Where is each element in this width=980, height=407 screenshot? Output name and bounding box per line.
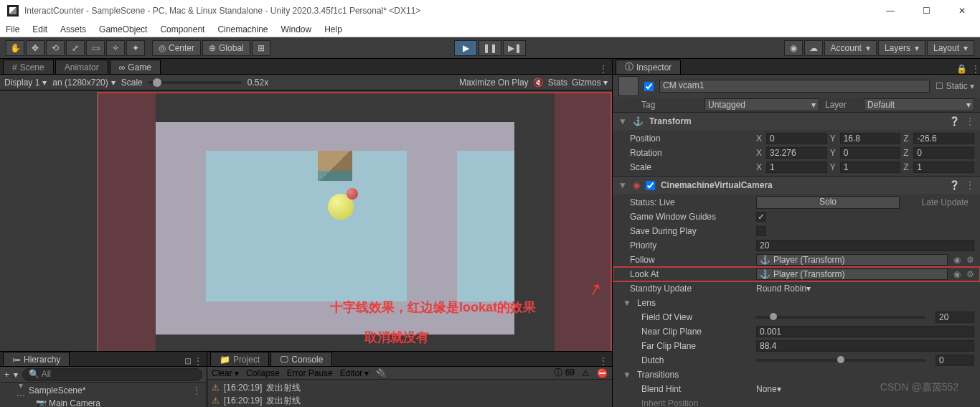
tab-scene[interactable]: # Scene	[3, 60, 54, 74]
inspector-options-icon[interactable]: ⋮	[971, 64, 980, 74]
transform-tool-icon[interactable]: ✧	[106, 40, 125, 56]
component-help-icon[interactable]: ❔	[949, 116, 960, 126]
hierarchy-search-input[interactable]: 🔍 All	[22, 368, 202, 381]
maximize-on-play-toggle[interactable]: Maximize On Play	[459, 78, 529, 88]
console-error-icon[interactable]: ⛔	[597, 368, 608, 378]
near-clip-input[interactable]: 0.001	[756, 326, 974, 337]
close-button[interactable]: ✕	[951, 6, 973, 16]
follow-object-field[interactable]: ⚓Player (Transform)	[756, 254, 948, 266]
gameobject-icon[interactable]	[618, 76, 639, 96]
mute-icon[interactable]: 🔇	[533, 78, 544, 88]
hierarchy-item-main-camera[interactable]: 📷Main Camera	[0, 397, 207, 407]
menu-window[interactable]: Window	[281, 24, 312, 34]
cvc-component-header[interactable]: ▼◉ CinemachineVirtualCamera ❔ ⋮	[613, 177, 980, 194]
transitions-label[interactable]: Transitions	[637, 370, 752, 380]
scale-slider[interactable]	[149, 81, 242, 84]
step-button[interactable]: ▶❚	[503, 40, 526, 56]
tab-options-icon[interactable]: ⋮	[599, 64, 612, 74]
cvc-enabled-checkbox[interactable]	[646, 181, 655, 190]
fov-input[interactable]: 20	[936, 312, 974, 323]
lookat-object-field[interactable]: ⚓Player (Transform)	[756, 268, 948, 280]
display-dropdown[interactable]: Display 1 ▾	[4, 78, 47, 88]
move-tool-icon[interactable]: ✥	[26, 40, 44, 56]
gear-icon[interactable]: ⚙	[966, 269, 974, 279]
dutch-input[interactable]: 0	[936, 355, 974, 366]
position-y-input[interactable]: 16.8	[840, 133, 901, 144]
menu-component[interactable]: Component	[160, 24, 204, 34]
play-button[interactable]: ▶	[454, 40, 477, 56]
scale-x-input[interactable]: 1	[766, 162, 827, 173]
maximize-button[interactable]: ☐	[915, 6, 937, 16]
console-log-row[interactable]: ⚠[16:20:19]发出射线	[212, 381, 608, 394]
target-icon[interactable]: ◉	[953, 255, 961, 265]
tab-hierarchy[interactable]: ≔ Hierarchy	[3, 352, 70, 366]
console-editor-dropdown[interactable]: Editor ▾	[340, 368, 369, 378]
console-log-row[interactable]: ⚠[16:20:19]发出射线	[212, 394, 608, 407]
collab-icon[interactable]: ◉	[784, 40, 803, 56]
account-dropdown[interactable]: Account ▾	[824, 40, 877, 56]
lens-label[interactable]: Lens	[637, 298, 752, 308]
component-menu-icon[interactable]: ⋮	[966, 116, 974, 126]
menu-file[interactable]: File	[6, 24, 19, 34]
menu-assets[interactable]: Assets	[60, 24, 86, 34]
scale-tool-icon[interactable]: ⤢	[66, 40, 85, 56]
hierarchy-scene-row[interactable]: ▾ ⋯SampleScene*⋮	[0, 384, 207, 397]
rect-tool-icon[interactable]: ▭	[86, 40, 105, 56]
stats-toggle[interactable]: Stats	[548, 78, 567, 88]
component-help-icon[interactable]: ❔	[949, 180, 960, 190]
hand-tool-icon[interactable]: ✋	[6, 40, 24, 56]
layer-dropdown[interactable]: Default▾	[864, 98, 974, 111]
save-during-checkbox[interactable]	[756, 226, 766, 236]
console-attach-icon[interactable]: 🔌	[376, 368, 387, 378]
fov-slider[interactable]	[756, 316, 925, 319]
custom-tool-icon[interactable]: ✦	[126, 40, 145, 56]
tab-animator[interactable]: Animator	[55, 60, 108, 74]
project-options-icon[interactable]: ⋮	[599, 356, 612, 366]
rotate-tool-icon[interactable]: ⟲	[46, 40, 65, 56]
solo-button[interactable]: Solo	[756, 196, 900, 209]
menu-cinemachine[interactable]: Cinemachine	[217, 24, 268, 34]
snap-icon[interactable]: ⊞	[252, 40, 270, 56]
rotation-y-input[interactable]: 0	[840, 147, 901, 159]
pivot-center-button[interactable]: ◎ Center	[152, 40, 201, 56]
far-clip-input[interactable]: 88.4	[756, 340, 974, 352]
console-error-pause-toggle[interactable]: Error Pause	[287, 368, 333, 378]
pause-button[interactable]: ❚❚	[479, 40, 501, 56]
layers-dropdown[interactable]: Layers ▾	[878, 40, 925, 56]
tab-inspector[interactable]: ⓘ Inspector	[616, 60, 681, 74]
menu-help[interactable]: Help	[324, 24, 342, 34]
rotation-z-input[interactable]: 0	[913, 147, 974, 159]
target-icon[interactable]: ◉	[953, 269, 961, 279]
hierarchy-options-icon[interactable]: ⊡ ⋮	[184, 356, 207, 366]
tab-project[interactable]: 📁 Project	[210, 352, 269, 366]
menu-gameobject[interactable]: GameObject	[99, 24, 147, 34]
gizmos-dropdown[interactable]: Gizmos ▾	[572, 78, 608, 88]
transform-component-header[interactable]: ▼⚓ Transform ❔ ⋮	[613, 113, 980, 130]
scale-z-input[interactable]: 1	[913, 162, 974, 173]
pivot-global-button[interactable]: ⊕ Global	[202, 40, 250, 56]
console-info-count[interactable]: ⓘ 69	[554, 367, 575, 379]
gameobject-active-checkbox[interactable]	[644, 82, 654, 91]
component-menu-icon[interactable]: ⋮	[966, 180, 974, 190]
dutch-slider[interactable]	[756, 359, 925, 362]
priority-input[interactable]: 20	[756, 240, 974, 251]
position-x-input[interactable]: 0	[766, 133, 827, 144]
guides-checkbox[interactable]: ✓	[756, 212, 766, 222]
rotation-x-input[interactable]: 32.276	[766, 147, 827, 159]
hierarchy-add-button[interactable]: +	[4, 370, 9, 380]
console-collapse-toggle[interactable]: Collapse	[246, 368, 280, 378]
layout-dropdown[interactable]: Layout ▾	[927, 40, 974, 56]
minimize-button[interactable]: —	[880, 6, 901, 16]
inspector-lock-icon[interactable]: 🔒	[956, 64, 967, 74]
tag-dropdown[interactable]: Untagged▾	[705, 98, 819, 111]
tab-console[interactable]: 🖵 Console	[270, 352, 332, 366]
gear-icon[interactable]: ⚙	[966, 255, 974, 265]
gameobject-name-input[interactable]: CM vcam1	[659, 80, 930, 93]
tab-game[interactable]: ∞ Game	[110, 60, 161, 74]
menu-edit[interactable]: Edit	[32, 24, 47, 34]
aspect-dropdown[interactable]: an (1280x720) ▾	[52, 78, 115, 88]
console-clear-button[interactable]: Clear ▾	[212, 368, 239, 378]
console-warn-icon[interactable]: ⚠	[582, 368, 590, 378]
scale-y-input[interactable]: 1	[840, 162, 901, 173]
cloud-icon[interactable]: ☁	[804, 40, 823, 56]
